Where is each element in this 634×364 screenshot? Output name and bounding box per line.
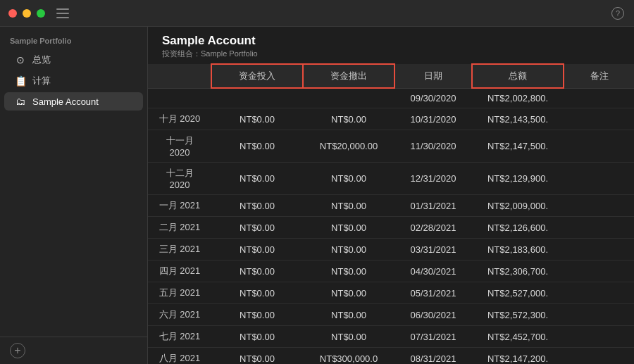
cell-total: NT$2,572,300. xyxy=(472,304,564,326)
cell-month: 七月 2021 xyxy=(148,326,211,348)
cell-invest: NT$0.00 xyxy=(211,239,303,261)
cell-month: 二月 2021 xyxy=(148,217,211,239)
cell-date: 03/31/2021 xyxy=(394,239,472,261)
sidebar-item-sample-account-label: Sample Account xyxy=(32,96,99,107)
cell-date: 08/31/2021 xyxy=(394,348,472,365)
cell-month: 五月 2021 xyxy=(148,282,211,304)
cell-month xyxy=(148,88,211,108)
maximize-button[interactable] xyxy=(37,9,45,18)
col-header-date: 日期 xyxy=(394,64,472,88)
add-button[interactable]: + xyxy=(10,343,25,358)
table-row: 八月 2021 NT$0.00 NT$300,000.0 08/31/2021 … xyxy=(148,348,634,365)
page-subtitle: 投资组合：Sample Portfolio xyxy=(162,49,620,59)
cell-invest: NT$0.00 xyxy=(211,261,303,282)
sidebar-item-overview-label: 总览 xyxy=(32,54,51,66)
cell-withdraw: NT$0.00 xyxy=(303,282,394,304)
cell-note xyxy=(564,163,634,195)
cell-note xyxy=(564,88,634,108)
col-header-month xyxy=(148,64,211,88)
sidebar-item-sample-account[interactable]: 🗂 Sample Account xyxy=(4,92,143,111)
cell-invest: NT$0.00 xyxy=(211,130,303,163)
sidebar-item-overview[interactable]: ⊙ 总览 xyxy=(4,50,143,70)
cell-date: 07/31/2021 xyxy=(394,326,472,348)
table-row: 六月 2021 NT$0.00 NT$0.00 06/30/2021 NT$2,… xyxy=(148,304,634,326)
table-row: 五月 2021 NT$0.00 NT$0.00 05/31/2021 NT$2,… xyxy=(148,282,634,304)
cell-total: NT$2,306,700. xyxy=(472,261,564,282)
cell-date: 01/31/2021 xyxy=(394,195,472,217)
cell-invest: NT$0.00 xyxy=(211,195,303,217)
main-header: Sample Account 投资组合：Sample Portfolio xyxy=(148,27,634,63)
portfolio-label: Sample Portfolio xyxy=(0,27,147,49)
cell-date: 09/30/2020 xyxy=(394,88,472,108)
cell-note xyxy=(564,282,634,304)
table-body: 09/30/2020 NT$2,002,800. 十月 2020 NT$0.00… xyxy=(148,88,634,364)
sidebar-item-calculate-label: 计算 xyxy=(32,75,51,87)
cell-withdraw: NT$300,000.0 xyxy=(303,348,394,365)
col-header-note: 备注 xyxy=(564,64,634,88)
cell-month: 一月 2021 xyxy=(148,195,211,217)
data-table: 资金投入 资金撤出 日期 总额 备注 09/30/2020 NT$2,002,8… xyxy=(148,63,634,364)
table-header-row: 资金投入 资金撤出 日期 总额 备注 xyxy=(148,64,634,88)
table-row: 一月 2021 NT$0.00 NT$0.00 01/31/2021 NT$2,… xyxy=(148,195,634,217)
cell-withdraw: NT$0.00 xyxy=(303,304,394,326)
main-content: Sample Account 投资组合：Sample Portfolio 资金投… xyxy=(148,27,634,364)
col-header-invest: 资金投入 xyxy=(211,64,303,88)
cell-note xyxy=(564,304,634,326)
table-wrapper[interactable]: 资金投入 资金撤出 日期 总额 备注 09/30/2020 NT$2,002,8… xyxy=(148,63,634,364)
cell-date: 06/30/2021 xyxy=(394,304,472,326)
cell-invest: NT$0.00 xyxy=(211,326,303,348)
cell-invest: NT$0.00 xyxy=(211,348,303,365)
cell-invest: NT$0.00 xyxy=(211,163,303,195)
app-body: Sample Portfolio ⊙ 总览 📋 计算 🗂 Sample Acco… xyxy=(0,27,634,364)
cell-total: NT$2,126,600. xyxy=(472,217,564,239)
sidebar-bottom: + xyxy=(0,337,147,364)
cell-withdraw: NT$0.00 xyxy=(303,239,394,261)
table-row: 七月 2021 NT$0.00 NT$0.00 07/31/2021 NT$2,… xyxy=(148,326,634,348)
titlebar: ? xyxy=(0,0,634,27)
cell-total: NT$2,147,200. xyxy=(472,348,564,365)
subtitle-text: 投资组合：Sample Portfolio xyxy=(162,49,258,58)
cell-total: NT$2,009,000. xyxy=(472,195,564,217)
cell-date: 10/31/2020 xyxy=(394,108,472,130)
sidebar-item-calculate[interactable]: 📋 计算 xyxy=(4,71,143,91)
calculate-icon: 📋 xyxy=(14,75,27,87)
cell-date: 02/28/2021 xyxy=(394,217,472,239)
minimize-button[interactable] xyxy=(23,9,31,18)
cell-note xyxy=(564,217,634,239)
table-row: 三月 2021 NT$0.00 NT$0.00 03/31/2021 NT$2,… xyxy=(148,239,634,261)
cell-withdraw: NT$0.00 xyxy=(303,195,394,217)
cell-month: 十一月 2020 xyxy=(148,130,211,163)
table-row: 09/30/2020 NT$2,002,800. xyxy=(148,88,634,108)
close-button[interactable] xyxy=(8,9,17,18)
cell-total: NT$2,147,500. xyxy=(472,130,564,163)
cell-total: NT$2,129,900. xyxy=(472,163,564,195)
cell-month: 四月 2021 xyxy=(148,261,211,282)
cell-month: 六月 2021 xyxy=(148,304,211,326)
col-header-total: 总额 xyxy=(472,64,564,88)
cell-withdraw: NT$20,000.00 xyxy=(303,130,394,163)
cell-withdraw: NT$0.00 xyxy=(303,108,394,130)
cell-month: 十二月 2020 xyxy=(148,163,211,195)
cell-date: 12/31/2020 xyxy=(394,163,472,195)
cell-withdraw xyxy=(303,88,394,108)
cell-total: NT$2,527,000. xyxy=(472,282,564,304)
help-button[interactable]: ? xyxy=(611,7,624,20)
cell-date: 05/31/2021 xyxy=(394,282,472,304)
cell-month: 八月 2021 xyxy=(148,348,211,365)
cell-date: 11/30/2020 xyxy=(394,130,472,163)
traffic-lights xyxy=(8,9,45,18)
cell-invest: NT$0.00 xyxy=(211,304,303,326)
cell-total: NT$2,002,800. xyxy=(472,88,564,108)
cell-total: NT$2,452,700. xyxy=(472,326,564,348)
col-header-withdraw: 资金撤出 xyxy=(303,64,394,88)
cell-note xyxy=(564,130,634,163)
table-row: 十二月 2020 NT$0.00 NT$0.00 12/31/2020 NT$2… xyxy=(148,163,634,195)
cell-note xyxy=(564,195,634,217)
table-row: 十月 2020 NT$0.00 NT$0.00 10/31/2020 NT$2,… xyxy=(148,108,634,130)
cell-note xyxy=(564,261,634,282)
cell-withdraw: NT$0.00 xyxy=(303,261,394,282)
cell-invest: NT$0.00 xyxy=(211,108,303,130)
cell-withdraw: NT$0.00 xyxy=(303,163,394,195)
table-row: 十一月 2020 NT$0.00 NT$20,000.00 11/30/2020… xyxy=(148,130,634,163)
sidebar-toggle-button[interactable] xyxy=(56,8,69,18)
